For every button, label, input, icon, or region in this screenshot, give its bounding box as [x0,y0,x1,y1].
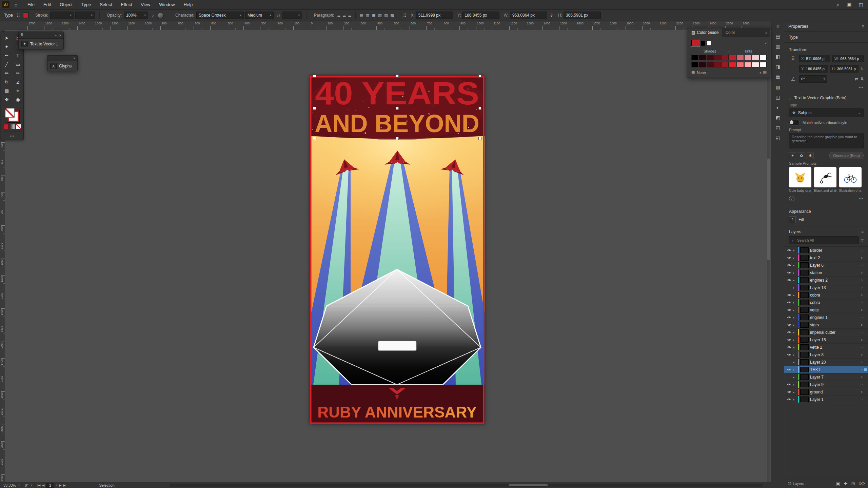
layer-visibility-toggle[interactable] [786,353,792,356]
x-input[interactable]: X:511.9996 p [799,55,830,62]
layer-visibility-toggle[interactable] [786,383,792,386]
prompt-input[interactable] [789,133,864,148]
t2v-subject-select[interactable]: ❖ Subject ⌄ [789,108,864,117]
selection-tool[interactable]: ➤ [2,34,11,42]
rotation-select[interactable]: 0°▾ [799,75,827,83]
align-left-icon[interactable]: ☰ [336,13,341,18]
layer-target-circle[interactable]: ○ [861,323,863,327]
edit-colors-icon[interactable]: ◑ [759,70,761,75]
arrange-documents-icon[interactable]: ▣ [845,0,854,9]
layer-name[interactable]: imperial cutter [810,330,859,335]
menu-item[interactable]: Select [95,0,116,9]
selection-handle[interactable] [313,137,316,140]
color-swatch[interactable] [707,62,714,67]
graphic-styles-panel-icon[interactable]: ◩ [771,113,784,123]
layer-thumbnail[interactable] [800,314,809,320]
layer-row[interactable]: ▸ cobra ○ [784,299,868,306]
distribute-horizontal-icon[interactable]: ▧ [377,13,382,18]
menu-item[interactable]: File [23,0,39,9]
variable-width-select[interactable]: ▾ [75,12,95,19]
search-input[interactable] [796,238,856,243]
layer-thumbnail[interactable] [800,262,809,268]
limit-colors-icon[interactable]: ▦ [691,70,695,75]
y-input[interactable]: 186.8455 px [462,12,499,19]
color-swatch[interactable] [699,62,706,67]
layer-name[interactable]: station [810,270,859,275]
make-clipping-mask-icon[interactable]: ▣ [836,481,840,486]
layer-target-circle[interactable]: ○ [861,316,863,319]
layer-expand-chevron[interactable]: ▸ [793,383,796,386]
vertical-scrollbar[interactable] [767,30,770,482]
color-swatch[interactable] [760,55,767,60]
chevron-down-icon[interactable]: ⌄ [789,96,792,100]
selection-handle[interactable] [396,107,399,110]
text-fill-color-swatch[interactable] [23,13,28,18]
paintbrush-tool[interactable]: ✑ [14,69,22,77]
zoom-level[interactable]: 33.33% [3,483,16,487]
layer-name[interactable]: vette 2 [810,345,859,350]
artboard[interactable]: 40 YEARS AND BEYOND RUBY ANNIVERSARY [310,76,485,424]
save-to-swatches-icon[interactable]: ▤ [763,70,767,75]
selection-handle[interactable] [478,75,481,78]
layer-thumbnail[interactable] [800,352,809,358]
layer-target-circle[interactable]: ○ [861,293,863,297]
menu-item[interactable]: Help [179,0,197,9]
layer-row[interactable]: ▸ Layer 8 ○ [784,351,868,359]
layer-name[interactable]: cobra [810,293,859,298]
layer-name[interactable]: text 2 [810,256,859,260]
layer-target-circle[interactable]: ○ [861,278,863,282]
none-mode-button[interactable] [16,124,21,129]
next-artboard-button[interactable]: ▶ [59,484,61,487]
layer-expand-chevron[interactable]: ▸ [793,375,796,379]
layer-row[interactable]: ▸ Layer 13 ○ [784,284,868,291]
layer-name[interactable]: cobra [810,300,859,305]
layer-thumbnail[interactable] [800,367,809,372]
rotate-tool[interactable]: ↻ [2,78,11,86]
font-size-select[interactable]: ▾ [282,12,302,19]
last-artboard-button[interactable]: ▶| [63,484,66,487]
color-swatch[interactable] [691,55,698,60]
layer-target-circle[interactable]: ○ [861,375,863,379]
y-input[interactable]: Y:186.8455 p [799,65,828,73]
white-swatch[interactable] [707,41,711,46]
layer-thumbnail[interactable] [800,292,809,298]
layer-target-circle[interactable]: ○ [861,308,863,312]
layer-target-circle[interactable]: ○ [861,248,863,252]
w-input[interactable]: W:963.0864 p [832,55,864,62]
workspace-switcher-icon[interactable]: ◫ [856,0,865,9]
collapse-panel-icon[interactable]: » [765,30,770,35]
layer-target-circle[interactable]: ○ [861,353,863,357]
layer-name[interactable]: TEXT [810,367,859,372]
gradient-mode-button[interactable] [10,124,15,129]
selection-handle[interactable] [396,137,399,140]
layer-row[interactable]: ▸ Layer 20 ○ [784,359,868,366]
color-swatch[interactable] [691,62,698,67]
layer-expand-chevron[interactable]: ▸ [793,286,796,289]
poster-title-line1[interactable]: 40 YEARS [315,76,479,111]
chevron-right-icon[interactable]: › [150,12,156,19]
color-swatch[interactable] [737,55,744,60]
color-swatch[interactable] [729,62,736,67]
layer-name[interactable]: engines 1 [810,315,859,320]
collapse-panel-icon[interactable]: » [54,33,56,37]
horizontal-ruler[interactable]: 1700160015001400130012001100100090080070… [5,21,771,30]
tab-color[interactable]: Color [722,28,738,37]
font-family-select[interactable]: Space Grotesk▾ [196,12,244,19]
color-swatch[interactable] [744,55,751,60]
layer-thumbnail[interactable] [800,255,809,261]
hand-tool[interactable]: ✥ [2,96,11,104]
chevron-down-icon[interactable]: ▾ [31,484,32,487]
layer-name[interactable]: Layer 6 [810,263,859,268]
layer-visibility-toggle[interactable] [786,398,792,401]
layers-search-field[interactable]: ⌕ [789,236,859,244]
pen-tool[interactable]: ✒ [2,52,11,60]
layer-thumbnail[interactable] [800,247,809,253]
layer-thumbnail[interactable] [800,374,809,380]
transform-more-options[interactable]: ••• [789,85,864,89]
layer-row[interactable]: ▸ station ○ [784,269,868,277]
layer-expand-chevron[interactable]: ▸ [793,256,796,260]
horizontal-scrollbar-thumb[interactable] [509,484,548,486]
type-tool[interactable]: T [14,52,22,60]
layer-visibility-toggle[interactable] [786,256,792,259]
layer-expand-chevron[interactable]: ▸ [793,323,796,327]
